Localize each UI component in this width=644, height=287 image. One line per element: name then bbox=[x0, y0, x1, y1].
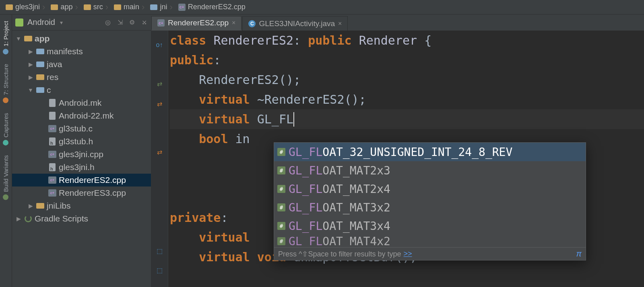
tool-window-tab[interactable]: Build Variants bbox=[2, 155, 9, 200]
tree-node-label: manifests bbox=[47, 47, 83, 56]
tree-expander[interactable]: ▼ bbox=[15, 35, 22, 42]
tree-node[interactable]: gles3jni.h bbox=[12, 161, 151, 174]
tree-node[interactable]: gl3stub.h bbox=[12, 135, 151, 148]
project-view-selector[interactable]: Android bbox=[27, 18, 55, 27]
breadcrumb-item[interactable]: main› bbox=[112, 2, 149, 12]
override-icon[interactable]: ⬚ bbox=[155, 246, 164, 256]
breadcrumb-item[interactable]: src› bbox=[82, 2, 112, 12]
override-up-icon[interactable]: o↑ bbox=[155, 40, 164, 50]
autocomplete-item[interactable]: #GL_FLOAT_MAT3x4 bbox=[274, 217, 586, 235]
tree-node-label: gles3jni.cpp bbox=[59, 150, 103, 159]
breadcrumb-label: src bbox=[93, 3, 103, 11]
header-file-icon bbox=[48, 164, 56, 171]
tree-node[interactable]: ▶jniLibs bbox=[12, 199, 151, 212]
breadcrumb-item[interactable]: jni› bbox=[149, 2, 176, 12]
tree-node[interactable]: Android-22.mk bbox=[12, 109, 151, 122]
tree-expander[interactable]: ▶ bbox=[27, 74, 34, 80]
folder-icon bbox=[114, 4, 121, 10]
tool-window-tab[interactable]: Captures bbox=[2, 113, 9, 146]
define-icon: # bbox=[277, 203, 285, 211]
tree-node-label: RendererES3.cpp bbox=[59, 188, 126, 198]
autocomplete-item[interactable]: #GL_FLOAT_MAT4x2 bbox=[274, 235, 586, 247]
tree-node[interactable]: ▶java bbox=[12, 58, 151, 71]
breadcrumb-label: app bbox=[60, 3, 72, 11]
project-tree[interactable]: ▼app▶manifests▶java▶res▼cAndroid.mkAndro… bbox=[12, 31, 151, 287]
file-icon bbox=[48, 99, 56, 107]
autocomplete-more-link[interactable]: >> bbox=[404, 250, 412, 258]
target-icon[interactable]: ◎ bbox=[104, 18, 112, 27]
close-icon[interactable]: × bbox=[338, 20, 342, 27]
autocomplete-item[interactable]: #GL_FLOAT_MAT3x2 bbox=[274, 198, 586, 217]
tool-tab-icon bbox=[3, 49, 9, 54]
java-class-icon: C bbox=[248, 20, 256, 27]
breadcrumb-item[interactable]: app› bbox=[49, 2, 82, 12]
chevron-right-icon: › bbox=[42, 2, 45, 12]
breadcrumb-item[interactable]: c+RendererES2.cpp bbox=[177, 3, 250, 11]
define-icon: # bbox=[277, 237, 285, 245]
breadcrumb-item[interactable]: gles3jni› bbox=[4, 2, 49, 12]
gradle-icon bbox=[24, 215, 32, 222]
tree-node-label: gl3stub.h bbox=[59, 137, 93, 146]
tree-node-label: java bbox=[47, 59, 62, 69]
autocomplete-item[interactable]: #GL_FLOAT_MAT2x4 bbox=[274, 180, 586, 198]
folder-icon bbox=[36, 61, 44, 68]
autocomplete-hint: Press ^⇧Space to filter results by type bbox=[278, 250, 401, 258]
tree-expander[interactable]: ▶ bbox=[27, 48, 34, 55]
tree-node[interactable]: ▼app bbox=[12, 32, 151, 45]
close-icon[interactable]: × bbox=[232, 19, 235, 27]
code-line: class RendererES2: public Renderer { bbox=[170, 31, 644, 50]
folder-icon bbox=[36, 48, 44, 55]
autocomplete-item[interactable]: #GL_FLOAT_MAT2x3 bbox=[274, 161, 586, 180]
diff-marker-icon: ⇄ bbox=[155, 79, 164, 88]
cpp-file-icon: c+ bbox=[48, 189, 56, 197]
tree-expander[interactable]: ▼ bbox=[27, 87, 34, 93]
define-icon: # bbox=[277, 148, 285, 156]
diff-marker-icon: ⇄ bbox=[155, 147, 164, 157]
code-line-current: virtual GL_FL bbox=[170, 109, 644, 129]
tree-node-label: c bbox=[47, 85, 51, 95]
cpp-file-icon: c+ bbox=[178, 4, 186, 11]
collapse-icon[interactable]: ⇲ bbox=[116, 18, 124, 27]
tool-window-tab[interactable]: 7: Structure bbox=[2, 64, 9, 103]
chevron-right-icon: › bbox=[105, 2, 108, 12]
breadcrumb-label: gles3jni bbox=[15, 3, 40, 11]
tree-node[interactable]: c+gles3jni.cpp bbox=[12, 148, 151, 161]
tool-tab-icon bbox=[3, 98, 9, 103]
editor-gutter: o↑ ⇄ ⇄ ⇄ ⬚ ⬚ bbox=[151, 31, 168, 287]
tool-tab-label: 7: Structure bbox=[2, 64, 9, 95]
tool-tab-icon bbox=[3, 140, 9, 146]
pi-icon[interactable]: π bbox=[576, 249, 582, 258]
chevron-down-icon[interactable]: ▾ bbox=[60, 19, 63, 26]
define-icon: # bbox=[277, 166, 285, 174]
editor-tab-label: RendererES2.cpp bbox=[168, 18, 229, 27]
define-icon: # bbox=[277, 185, 285, 193]
autocomplete-item[interactable]: #GL_FLOAT_32_UNSIGNED_INT_24_8_REV bbox=[274, 143, 586, 161]
editor-tab[interactable]: c+RendererES2.cpp× bbox=[151, 16, 242, 31]
gear-icon[interactable]: ⚙ bbox=[128, 18, 136, 27]
hide-icon[interactable]: ⤩ bbox=[140, 18, 148, 27]
chevron-right-icon: › bbox=[169, 2, 172, 12]
folder-icon bbox=[51, 4, 58, 10]
tree-node[interactable]: Android.mk bbox=[12, 96, 151, 109]
cpp-file-icon: c+ bbox=[157, 19, 165, 27]
tool-window-strip: 1: Project7: StructureCapturesBuild Vari… bbox=[0, 14, 12, 287]
autocomplete-popup[interactable]: #GL_FLOAT_32_UNSIGNED_INT_24_8_REV#GL_FL… bbox=[274, 142, 586, 260]
editor-tab-bar: c+RendererES2.cpp×CGLES3JNIActivity.java… bbox=[151, 14, 644, 31]
tree-node[interactable]: c+gl3stub.c bbox=[12, 122, 151, 135]
tree-expander[interactable]: ▶ bbox=[27, 61, 34, 68]
override-icon[interactable]: ⬚ bbox=[155, 265, 164, 275]
folder-icon bbox=[36, 74, 44, 81]
folder-icon bbox=[84, 4, 91, 10]
tree-expander[interactable]: ▶ bbox=[15, 215, 22, 222]
tree-node[interactable]: c+RendererES3.cpp bbox=[12, 187, 151, 199]
editor-tab[interactable]: CGLES3JNIActivity.java× bbox=[242, 16, 348, 31]
tree-node[interactable]: ▶manifests bbox=[12, 45, 151, 58]
tree-node[interactable]: c+RendererES2.cpp bbox=[12, 174, 151, 187]
tool-tab-label: Build Variants bbox=[2, 155, 9, 192]
tree-node[interactable]: ▼c bbox=[12, 84, 151, 96]
tree-node[interactable]: ▶Gradle Scripts bbox=[12, 212, 151, 225]
code-line: virtual ~RendererES2(); bbox=[170, 90, 644, 109]
tree-expander[interactable]: ▶ bbox=[27, 203, 34, 209]
tool-window-tab[interactable]: 1: Project bbox=[2, 21, 9, 54]
tree-node[interactable]: ▶res bbox=[12, 71, 151, 84]
